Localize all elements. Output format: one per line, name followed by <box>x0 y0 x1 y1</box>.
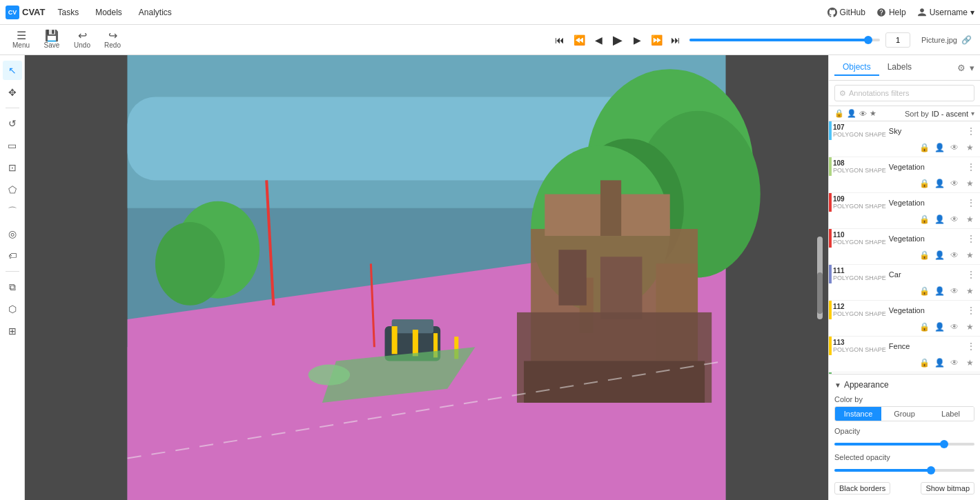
star-btn-112[interactable]: ★ <box>963 321 976 333</box>
playback-controls: ⏮ ⏪ ◀ ▶ ▶ ⏩ ⏭ <box>551 32 684 48</box>
lock-btn-111[interactable]: 🔒 <box>918 285 930 297</box>
eye-btn-112[interactable]: 👁 <box>948 321 961 333</box>
person-btn-110[interactable]: 👤 <box>933 249 945 261</box>
selected-opacity-slider[interactable] <box>834 469 974 472</box>
prev-frame-button[interactable]: ◀ <box>590 32 607 48</box>
sort-icon[interactable]: ▾ <box>970 63 974 73</box>
eye-all-icon[interactable]: 👁 <box>859 110 867 118</box>
play-button[interactable]: ▶ <box>609 32 626 48</box>
next-frame-button[interactable]: ▶ <box>629 32 645 48</box>
selected-opacity-section: Selected opacity <box>834 453 974 474</box>
sort-dropdown-icon[interactable]: ▾ <box>971 110 974 117</box>
tab-objects[interactable]: Objects <box>834 59 879 76</box>
menu-label: Menu <box>12 41 30 49</box>
rotate-tool[interactable]: ↺ <box>3 114 22 133</box>
help-icon <box>876 8 886 17</box>
star-btn-110[interactable]: ★ <box>963 249 976 261</box>
canvas-area[interactable] <box>25 55 828 500</box>
eye-btn-110[interactable]: 👁 <box>948 249 961 261</box>
object-item-112: 112 POLYGON SHAPE Vegetation ⋮ 🔒 👤 👁 ★ <box>829 301 980 337</box>
person-btn-109[interactable]: 👤 <box>933 213 945 226</box>
lock-btn-108[interactable]: 🔒 <box>918 177 930 190</box>
object-menu-107[interactable]: ⋮ <box>966 126 976 137</box>
filter-input[interactable]: ⚙ Annotations filters <box>834 85 974 101</box>
cursor-tool[interactable]: ↖ <box>3 61 22 80</box>
tab-labels[interactable]: Labels <box>879 59 920 76</box>
curve-tool[interactable]: ⌒ <box>3 202 22 221</box>
frame-number-input[interactable] <box>885 32 910 48</box>
lock-btn-107[interactable]: 🔒 <box>918 141 930 154</box>
redo-button[interactable]: ↪ Redo <box>100 29 125 50</box>
eye-btn-107[interactable]: 👁 <box>948 141 961 154</box>
nav-analytics[interactable]: Analytics <box>135 8 176 17</box>
show-bitmap-btn[interactable]: Show bitmap <box>921 482 974 494</box>
object-menu-111[interactable]: ⋮ <box>966 269 976 280</box>
lock-btn-109[interactable]: 🔒 <box>918 213 930 226</box>
object-id-section-110: 110 POLYGON SHAPE <box>833 231 886 246</box>
eye-btn-113[interactable]: 👁 <box>948 357 961 369</box>
user-menu[interactable]: Username ▾ <box>917 8 974 17</box>
black-borders-btn[interactable]: Black borders <box>834 482 890 494</box>
object-controls-111: 🔒 👤 👁 ★ <box>829 283 980 300</box>
lock-all-icon[interactable]: 🔒 <box>834 109 844 118</box>
nav-right: GitHub Help Username ▾ <box>827 8 974 17</box>
appearance-chevron-icon[interactable]: ▼ <box>834 381 841 389</box>
person-btn-107[interactable]: 👤 <box>933 141 945 154</box>
zoom-select-tool[interactable]: ⊡ <box>3 158 22 177</box>
first-frame-button[interactable]: ⏮ <box>551 32 568 48</box>
star-all-icon[interactable]: ★ <box>870 109 876 118</box>
color-by-instance-btn[interactable]: Instance <box>835 407 881 421</box>
color-by-group-btn[interactable]: Group <box>881 407 928 421</box>
eye-btn-108[interactable]: 👁 <box>948 177 961 190</box>
github-link[interactable]: GitHub <box>827 8 865 17</box>
lock-btn-112[interactable]: 🔒 <box>918 321 930 333</box>
move-tool[interactable]: ✥ <box>3 83 22 102</box>
prev-5-frames-button[interactable]: ⏪ <box>571 32 587 48</box>
star-btn-111[interactable]: ★ <box>963 285 976 297</box>
eye-btn-109[interactable]: 👁 <box>948 213 961 226</box>
object-menu-113[interactable]: ⋮ <box>966 341 976 352</box>
group-tool[interactable]: ⧉ <box>3 277 22 297</box>
star-btn-113[interactable]: ★ <box>963 357 976 369</box>
polygon-tool[interactable]: ⬠ <box>3 180 22 199</box>
menu-button[interactable]: ☰ Menu <box>8 29 34 50</box>
person-btn-108[interactable]: 👤 <box>933 177 945 190</box>
last-frame-button[interactable]: ⏭ <box>667 32 684 48</box>
lock-btn-110[interactable]: 🔒 <box>918 249 930 261</box>
object-menu-108[interactable]: ⋮ <box>966 161 976 172</box>
object-menu-109[interactable]: ⋮ <box>966 197 976 208</box>
filter-placeholder: Annotations filters <box>849 89 909 97</box>
nav-models[interactable]: Models <box>91 8 126 17</box>
eye-btn-111[interactable]: 👁 <box>948 285 961 297</box>
rectangle-tool[interactable]: ▭ <box>3 136 22 155</box>
lock-btn-113[interactable]: 🔒 <box>918 357 930 369</box>
object-type-109: POLYGON SHAPE <box>833 203 886 210</box>
opacity-slider[interactable] <box>834 443 974 446</box>
split-tool[interactable]: ⊞ <box>3 321 22 341</box>
star-btn-109[interactable]: ★ <box>963 213 976 226</box>
star-btn-107[interactable]: ★ <box>963 141 976 154</box>
help-link[interactable]: Help <box>876 8 906 17</box>
save-button[interactable]: 💾 Save <box>39 29 64 50</box>
merge-tool[interactable]: ⬡ <box>3 299 22 319</box>
person-btn-111[interactable]: 👤 <box>933 285 945 297</box>
progress-track[interactable] <box>689 39 880 41</box>
tag-tool[interactable]: 🏷 <box>3 246 22 266</box>
nav-tasks[interactable]: Tasks <box>53 8 83 17</box>
object-menu-110[interactable]: ⋮ <box>966 233 976 244</box>
color-by-label-btn[interactable]: Label <box>928 407 974 421</box>
canvas-scroll-indicator[interactable] <box>817 237 823 319</box>
star-btn-108[interactable]: ★ <box>963 177 976 190</box>
object-id-109: 109 <box>833 195 886 203</box>
object-id-section-109: 109 POLYGON SHAPE <box>833 195 886 210</box>
undo-button[interactable]: ↩ Undo <box>70 29 95 50</box>
svg-rect-26 <box>413 330 418 356</box>
object-menu-112[interactable]: ⋮ <box>966 305 976 316</box>
object-type-110: POLYGON SHAPE <box>833 239 886 246</box>
person-btn-112[interactable]: 👤 <box>933 321 945 333</box>
point-tool[interactable]: ◎ <box>3 224 22 243</box>
filter-icon[interactable]: ⚙ <box>957 63 966 73</box>
person-btn-113[interactable]: 👤 <box>933 357 945 369</box>
next-5-frames-button[interactable]: ⏩ <box>648 32 665 48</box>
person-all-icon[interactable]: 👤 <box>847 109 856 118</box>
